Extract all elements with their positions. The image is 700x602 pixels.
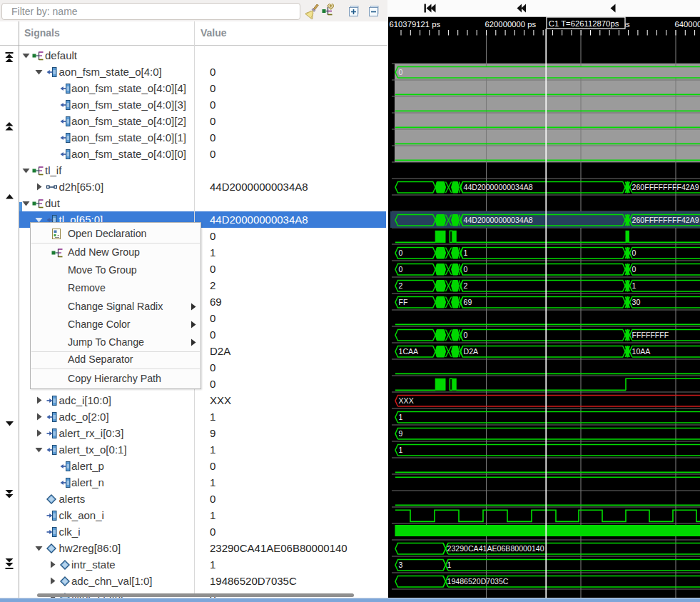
- svg-text:FFFFFFFF: FFFFFFFF: [632, 331, 669, 339]
- svg-text:1: 1: [399, 446, 403, 454]
- svg-text:9: 9: [399, 429, 403, 438]
- svg-text:260FFFFFFFF42A9: 260FFFFFFFF42A9: [632, 216, 699, 224]
- svg-text:0: 0: [399, 265, 403, 274]
- svg-text:D2A: D2A: [464, 347, 480, 356]
- svg-text:2: 2: [399, 281, 403, 290]
- svg-text:260FFFFFFFF42A9: 260FFFFFFFF42A9: [632, 183, 699, 191]
- svg-text:XXX: XXX: [399, 396, 414, 405]
- svg-text:0: 0: [632, 265, 636, 274]
- svg-text:1CAA: 1CAA: [399, 347, 420, 356]
- svg-text:30: 30: [632, 298, 641, 306]
- svg-text:3: 3: [399, 561, 403, 569]
- svg-text:2: 2: [464, 281, 468, 290]
- svg-text:C1 T=626112870ps: C1 T=626112870ps: [549, 19, 619, 28]
- svg-text:44D20000000034A8: 44D20000000034A8: [464, 216, 533, 224]
- svg-text:10AA: 10AA: [632, 347, 651, 356]
- svg-text:610379121 ps: 610379121 ps: [390, 20, 441, 29]
- svg-text:640000000 ps: 640000000 ps: [675, 20, 700, 29]
- svg-text:0: 0: [632, 249, 636, 257]
- svg-text:FF: FF: [399, 298, 408, 306]
- svg-text:0: 0: [399, 249, 403, 257]
- svg-text:1: 1: [464, 249, 468, 257]
- svg-text:0: 0: [464, 265, 468, 274]
- svg-text:69: 69: [464, 298, 472, 306]
- svg-text:620000000 ps: 620000000 ps: [485, 20, 537, 29]
- svg-text:23290CA41AE06B80000140: 23290CA41AE06B80000140: [447, 544, 544, 553]
- svg-text:1: 1: [399, 413, 403, 421]
- svg-text:19486520D7035C: 19486520D7035C: [447, 577, 509, 586]
- svg-text:44D20000000034A8: 44D20000000034A8: [464, 183, 533, 191]
- svg-text:0: 0: [464, 331, 468, 339]
- svg-text:1: 1: [447, 561, 452, 569]
- svg-text:1: 1: [632, 281, 636, 290]
- svg-text:0: 0: [399, 68, 403, 76]
